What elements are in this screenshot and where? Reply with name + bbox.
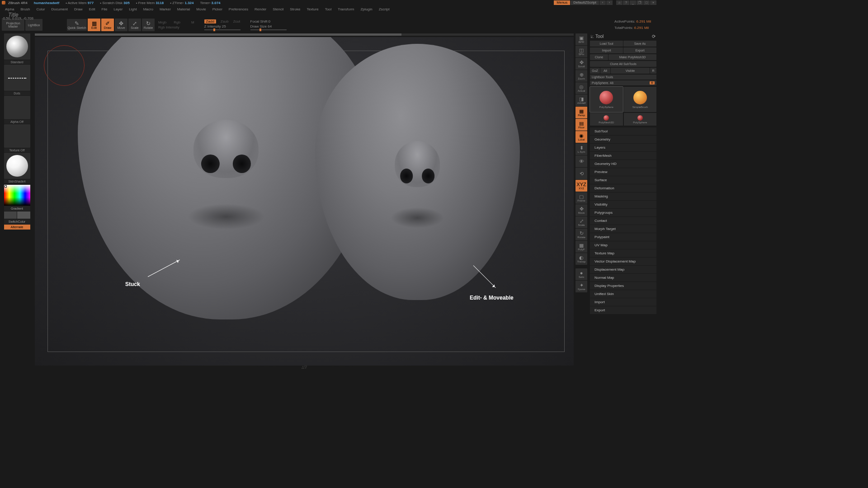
color-swatches[interactable]	[4, 211, 30, 219]
section-texture-map[interactable]: Texture Map	[590, 249, 656, 257]
default-zscript-button[interactable]: DefaultZScript	[571, 0, 599, 5]
viewport[interactable]: Stuck Edit- & Moveable	[35, 37, 574, 366]
brush-selector[interactable]	[4, 33, 30, 60]
clone-button[interactable]: Clone	[590, 54, 608, 60]
shelf-local[interactable]: ◉Local	[576, 131, 587, 143]
restore-icon[interactable]: ❐	[637, 0, 643, 5]
section-contact[interactable]: Contact	[590, 217, 656, 225]
tool-thumb-SimpleBrush[interactable]: SimpleBrush	[624, 87, 657, 112]
menu-alpha[interactable]: Alpha	[2, 7, 17, 11]
section-surface[interactable]: Surface	[590, 176, 656, 184]
collapse-icon[interactable]: ⟳	[652, 34, 656, 39]
section-polypaint[interactable]: Polypaint	[590, 233, 656, 241]
tool-thumb-PolySphere[interactable]: PolySphere	[624, 113, 657, 126]
zcut-toggle[interactable]: Zcut	[233, 19, 241, 23]
shelf-scroll[interactable]: ✥Scroll	[576, 58, 587, 70]
menu-color[interactable]: Color	[33, 7, 48, 11]
rgb-toggle[interactable]: Rgb	[174, 20, 180, 24]
move-button[interactable]: ✥Move	[115, 19, 127, 31]
menu-draw[interactable]: Draw	[71, 7, 86, 11]
section-preview[interactable]: Preview	[590, 168, 656, 176]
menu-stroke[interactable]: Stroke	[287, 7, 303, 11]
tool-panel-header[interactable]: ⟀ Tool ⟳	[588, 33, 658, 40]
menus-button[interactable]: Menus	[554, 0, 570, 5]
menu-file[interactable]: File	[98, 7, 110, 11]
section-geometry[interactable]: Geometry	[590, 136, 656, 143]
clone-all-subtools-button[interactable]: Clone All SubTools	[590, 61, 656, 67]
section-layers[interactable]: Layers	[590, 144, 656, 151]
section-import[interactable]: Import	[590, 298, 656, 306]
gradient-button[interactable]: Gradient	[4, 206, 30, 211]
shelf-xpose[interactable]: ✦Xpose	[576, 281, 587, 292]
projection-master-button[interactable]: Projection Master	[2, 19, 24, 31]
draw-button[interactable]: ✐Draw	[101, 19, 114, 31]
menu-picker[interactable]: Picker	[209, 7, 226, 11]
section-export[interactable]: Export	[590, 306, 656, 314]
lightbox-button[interactable]: LightBox	[25, 19, 42, 31]
section-polygroups[interactable]: Polygroups	[590, 209, 656, 216]
section-subtool[interactable]: SubTool	[590, 127, 656, 135]
menu-render[interactable]: Render	[251, 7, 269, 11]
prev-icon[interactable]: ‹	[599, 0, 606, 5]
menu-transform[interactable]: Transform	[335, 7, 357, 11]
menu-zplugin[interactable]: Zplugin	[357, 7, 375, 11]
shelf-transp[interactable]: ◐Transp	[576, 253, 587, 265]
edit-button[interactable]: ▦Edit	[88, 19, 100, 31]
color-picker[interactable]	[4, 185, 30, 206]
home-icon[interactable]: ⌂	[616, 0, 623, 5]
texture-selector[interactable]	[4, 124, 30, 148]
shelf-solo[interactable]: ●Solo	[576, 268, 587, 280]
section-morph-target[interactable]: Morph Target	[590, 225, 656, 233]
save-as-button[interactable]: Save As	[623, 41, 656, 47]
import-button[interactable]: Import	[590, 47, 623, 53]
m-toggle[interactable]: M	[191, 20, 194, 24]
tray-handle-icon[interactable]: △▽	[302, 365, 307, 369]
min-icon[interactable]: _	[630, 0, 636, 5]
section-vector-displacement-map[interactable]: Vector Displacement Map	[590, 258, 656, 265]
quick-sketch-button[interactable]: ✎Quick Sketch	[67, 19, 87, 31]
section-normal-map[interactable]: Normal Map	[590, 274, 656, 282]
section-unified-skin[interactable]: Unified Skin	[590, 290, 656, 298]
shelf-persp[interactable]: ▦Persp	[576, 107, 587, 118]
current-tool-strip[interactable]: PolySphere. 48 R	[590, 80, 656, 85]
menu-stencil[interactable]: Stencil	[269, 7, 287, 11]
menu-edit[interactable]: Edit	[86, 7, 99, 11]
shelf-bpr[interactable]: ▣BPR	[576, 33, 587, 45]
lightbox-tools-button[interactable]: Lightbox› Tools	[590, 75, 656, 80]
shelf-frame[interactable]: ▢Frame	[576, 192, 587, 204]
section-masking[interactable]: Masking	[590, 192, 656, 200]
tool-thumb-PolySphere[interactable]: PolySphere	[590, 87, 623, 112]
shelf-floor[interactable]: ▤Floor	[576, 119, 587, 131]
stroke-selector[interactable]	[4, 65, 30, 91]
tool-r-badge[interactable]: R	[650, 81, 655, 84]
section-visibility[interactable]: Visibility	[590, 201, 656, 208]
section-displacement-map[interactable]: Displacement Map	[590, 266, 656, 273]
goz-r-button[interactable]: R	[650, 68, 656, 74]
menu-document[interactable]: Document	[48, 7, 71, 11]
shelf-actual[interactable]: ◎Actual	[576, 82, 587, 94]
shelf-rotate[interactable]: ↻Rotate	[576, 229, 587, 240]
shelf-[interactable]: ⟲	[576, 168, 587, 179]
material-selector[interactable]	[4, 153, 30, 179]
shelf-lsym[interactable]: ⬍L.Sym	[576, 143, 587, 155]
next-icon[interactable]: ›	[606, 0, 613, 5]
menu-tool[interactable]: Tool	[322, 7, 335, 11]
scale-button[interactable]: ⤢Scale	[128, 19, 141, 31]
make-polymesh3d-button[interactable]: Make PolyMesh3D	[609, 54, 656, 60]
canvas-scrollbar-top[interactable]	[35, 33, 574, 36]
menu-movie[interactable]: Movie	[193, 7, 209, 11]
menu-zscript[interactable]: Zscript	[376, 7, 393, 11]
menu-macro[interactable]: Macro	[140, 7, 156, 11]
menu-texture[interactable]: Texture	[303, 7, 321, 11]
section-display-properties[interactable]: Display Properties	[590, 282, 656, 290]
tool-thumb-PolyMesh3D[interactable]: PolyMesh3D	[590, 113, 623, 126]
export-button[interactable]: Export	[623, 47, 656, 53]
goz-button[interactable]: GoZ	[590, 68, 600, 74]
mrgb-toggle[interactable]: Mrgb	[158, 20, 166, 24]
close-icon[interactable]: ×	[650, 0, 656, 5]
goz-visible-button[interactable]: Visible	[611, 68, 650, 74]
load-tool-button[interactable]: Load Tool	[590, 41, 623, 47]
shelf-spix[interactable]: ◫SPix	[576, 46, 587, 57]
menu-brush[interactable]: Brush	[17, 7, 33, 11]
help-icon[interactable]: ?	[623, 0, 629, 5]
